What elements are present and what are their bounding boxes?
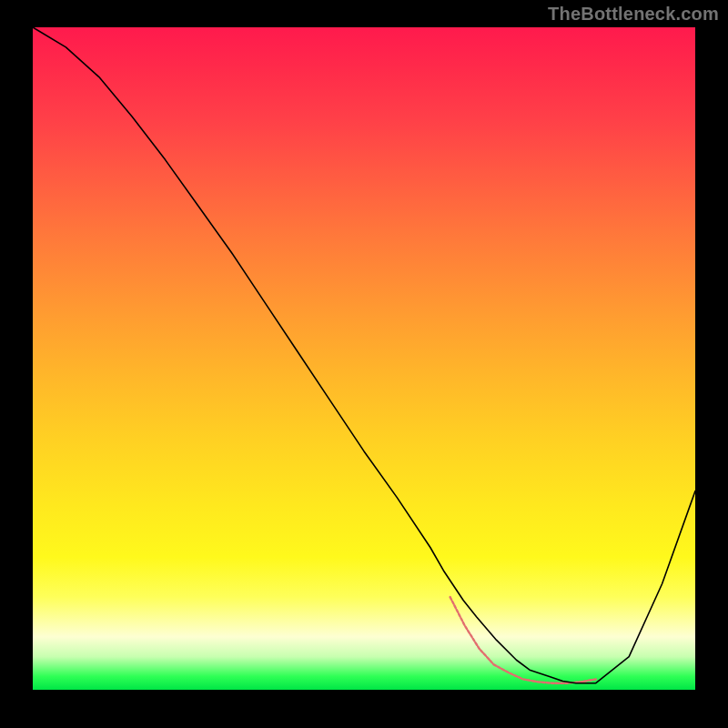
curve-path <box>33 27 695 683</box>
chart-canvas: TheBottleneck.com <box>0 0 728 728</box>
plot-area <box>33 27 695 690</box>
chart-svg <box>33 27 695 690</box>
watermark-label: TheBottleneck.com <box>548 4 719 25</box>
